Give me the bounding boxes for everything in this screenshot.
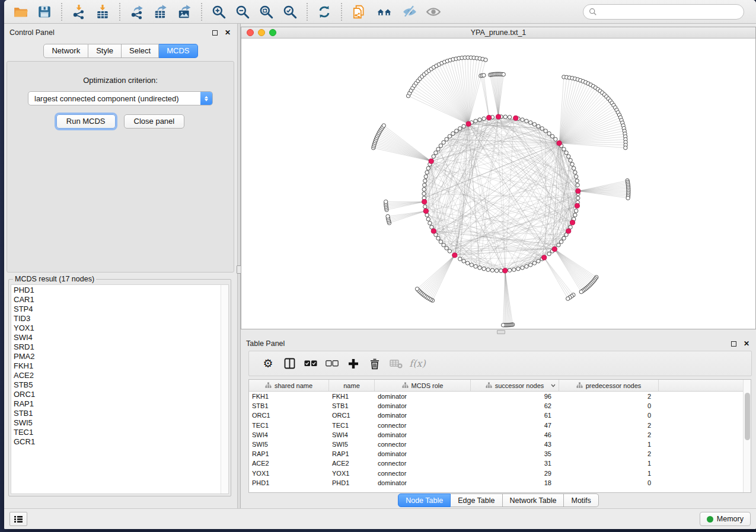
refresh-layout-button[interactable] [314,2,335,21]
mcds-result-item[interactable]: PHD1 [14,286,228,295]
mcds-result-item[interactable]: STB5 [14,380,228,390]
function-builder-button[interactable]: f(x) [407,354,428,374]
zoom-selected-button[interactable] [279,2,301,21]
select-all-button[interactable] [300,354,321,374]
close-panel-button[interactable]: ✕ [223,28,232,37]
export-image-button[interactable] [174,2,195,21]
cell-name: YOX1 [329,470,375,477]
table-scrollbar[interactable] [743,380,751,492]
mcds-result-item[interactable]: RAP1 [14,399,228,409]
zoom-in-button[interactable] [208,2,229,21]
mcds-result-item[interactable]: FKH1 [14,361,228,371]
tab-mcds[interactable]: MCDS [159,44,197,58]
cell-shared_name: SWI5 [249,441,329,448]
export-table-button[interactable] [150,2,171,21]
status-bar: Memory [4,508,756,529]
float-table-panel-button[interactable] [729,339,738,348]
network-canvas[interactable] [241,39,755,329]
import-table-button[interactable] [92,2,113,21]
delete-column-button[interactable] [364,354,385,374]
mcds-result-item[interactable]: PMA2 [14,352,228,361]
table-row[interactable]: ORC1ORC1dominator610 [249,411,751,420]
column-header-name[interactable]: name [329,380,375,391]
cell-name: FKH1 [329,393,375,400]
table-options-button[interactable]: ⚙ [257,354,279,374]
mcds-result-item[interactable]: TID3 [14,314,228,323]
mcds-result-item[interactable]: ACE2 [14,371,228,380]
search-input[interactable] [597,8,738,16]
tab-network-table[interactable]: Network Table [503,493,564,507]
table-row[interactable]: ACE2ACE2connector311 [249,459,751,468]
table-row[interactable]: YOX1YOX1connector291 [249,469,751,478]
memory-label: Memory [717,515,744,523]
cell-name: STB1 [329,402,375,409]
mcds-result-item[interactable]: TEC1 [14,428,228,437]
tab-motifs[interactable]: Motifs [564,493,598,507]
close-table-panel-button[interactable]: ✕ [742,339,751,348]
control-panel-title: Control Panel [9,28,55,37]
sort-chevron-icon [551,384,556,387]
cell-mcds_role: dominator [375,450,471,457]
run-mcds-button[interactable]: Run MCDS [56,114,116,129]
tab-node-table[interactable]: Node Table [398,493,451,507]
tab-network[interactable]: Network [43,44,88,58]
column-header-predecessor-nodes[interactable]: predecessor nodes [559,380,659,391]
result-list-scrollbar[interactable] [221,285,228,493]
table-row[interactable]: RAP1RAP1dominator352 [249,449,751,459]
cell-predecessor_nodes: 1 [559,470,659,477]
import-network-button[interactable] [68,2,90,21]
mcds-result-item[interactable]: YOX1 [14,323,228,333]
mcds-result-item[interactable]: STP4 [14,305,228,314]
column-header-shared-name[interactable]: shared name [249,380,329,391]
table-row[interactable]: STB1STB1dominator620 [249,401,751,411]
show-all-button[interactable] [423,2,444,21]
zoom-out-button[interactable] [232,2,253,21]
network-graph[interactable] [241,39,755,329]
task-history-button[interactable] [9,512,27,526]
show-columns-button[interactable] [279,354,300,374]
table-row[interactable]: PHD1PHD1dominator180 [249,478,751,488]
mcds-result-item[interactable]: CAR1 [14,295,228,305]
clone-network-button[interactable] [348,2,369,21]
mcds-result-item[interactable]: GCR1 [14,437,228,447]
splitter-handle[interactable] [497,330,505,334]
first-neighbors-button[interactable] [372,2,397,21]
zoom-fit-button[interactable] [256,2,277,21]
close-mcds-panel-button[interactable]: Close panel [124,114,185,129]
tab-edge-table[interactable]: Edge Table [451,493,502,507]
mcds-result-item[interactable]: SWI5 [14,418,228,428]
table-row[interactable]: FKH1FKH1dominator962 [249,392,751,401]
toolbar-separator [341,3,342,21]
mcds-result-item[interactable]: SRD1 [14,342,228,352]
table-row[interactable]: SWI4SWI4dominator462 [249,430,751,440]
memory-status-icon [707,516,713,523]
column-header-MCDS-role[interactable]: MCDS role [375,380,471,391]
scrollbar-thumb[interactable] [745,393,750,440]
mcds-result-item[interactable]: ORC1 [14,390,228,399]
memory-button[interactable]: Memory [700,512,751,526]
cell-predecessor_nodes: 0 [559,402,659,409]
criterion-select[interactable]: largest connected component (undirected) [28,91,213,105]
tab-style[interactable]: Style [88,44,122,58]
delete-table-button[interactable] [385,354,407,374]
table-row[interactable]: SWI5SWI5connector431 [249,440,751,449]
mcds-result-item[interactable]: SWI4 [14,333,228,342]
mcds-result-item[interactable]: STB1 [14,409,228,418]
cell-successor_nodes: 43 [471,441,559,448]
column-header-successor-nodes[interactable]: successor nodes [471,380,559,391]
open-file-button[interactable] [10,2,31,21]
table-row[interactable]: TEC1TEC1connector472 [249,421,751,430]
hide-selected-button[interactable] [399,2,420,21]
select-stepper-icon [200,92,212,105]
float-panel-button[interactable] [210,28,219,37]
export-network-button[interactable] [126,2,148,21]
deselect-all-button[interactable] [321,354,343,374]
table-panel-title: Table Panel [246,339,285,348]
cell-predecessor_nodes: 2 [559,450,659,457]
main-toolbar [4,0,756,24]
save-session-button[interactable] [34,2,55,21]
cell-mcds_role: dominator [375,431,471,438]
tab-select[interactable]: Select [122,44,159,58]
horizontal-splitter[interactable] [241,329,756,335]
add-column-button[interactable] [343,354,364,374]
